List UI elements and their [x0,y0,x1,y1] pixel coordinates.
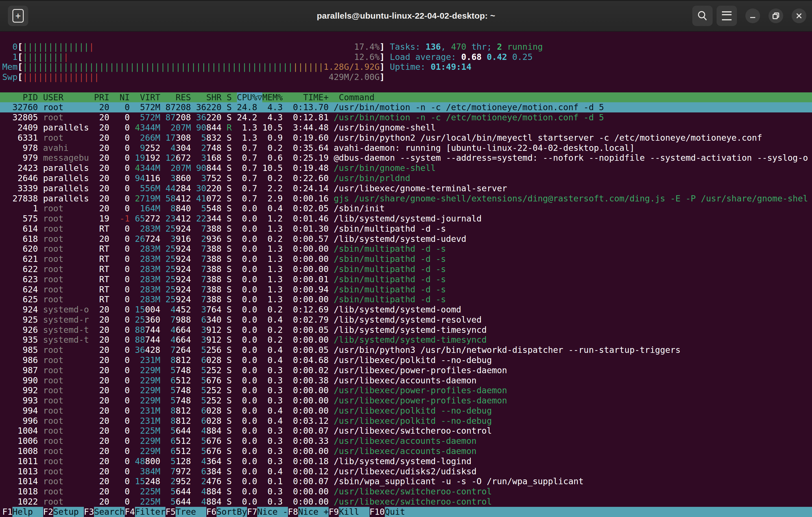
process-row-3339[interactable]: 3339 parallels 20 0 556M 44284 30220 S 0… [0,183,812,193]
fnlabel-F5[interactable]: Tree [176,507,206,517]
process-row-1014[interactable]: 1014 root 20 0 15248 2952 2476 S 0.0 0.1… [0,476,812,487]
hamburger-icon [722,11,731,20]
fnkey-F8[interactable]: F8 [288,507,298,517]
fnlabel-F7[interactable]: Nice - [257,507,288,517]
process-row-622[interactable]: 622 root RT 0 283M 25924 7388 S 0.0 1.3 … [0,264,812,274]
process-row-625[interactable]: 625 root RT 0 283M 25924 7388 S 0.0 1.3 … [0,294,812,304]
title-bar: + parallels@ubuntu-linux-22-04-02-deskto… [0,0,812,32]
process-row-993[interactable]: 993 root 20 0 229M 5748 5252 S 0.0 0.3 0… [0,396,812,406]
process-row-1013[interactable]: 1013 root 20 0 384M 7972 6384 S 0.0 0.4 … [0,466,812,477]
process-row-620[interactable]: 620 root RT 0 283M 25924 7388 S 0.0 1.3 … [0,244,812,254]
process-row-614[interactable]: 614 root RT 0 283M 25924 7388 S 0.0 1.3 … [0,224,812,234]
process-row-925[interactable]: 925 systemd-r 20 0 25360 7988 6340 S 0.0… [0,315,812,325]
fnkey-F7[interactable]: F7 [247,507,257,517]
process-row-623[interactable]: 623 root RT 0 283M 25924 7388 S 0.0 1.3 … [0,274,812,284]
process-row-992[interactable]: 992 root 20 0 229M 5748 5252 S 0.0 0.3 0… [0,385,812,396]
minimize-icon [748,11,757,20]
process-row-575[interactable]: 575 root 19 -1 65272 23412 22344 S 0.0 1… [0,214,812,224]
process-row-994[interactable]: 994 root 20 0 231M 8812 6028 S 0.0 0.4 0… [0,406,812,416]
fnlabel-F10[interactable]: Quit [385,507,812,517]
fnkey-F4[interactable]: F4 [125,507,135,517]
window-title: parallels@ubuntu-linux-22-04-02-desktop:… [0,11,812,21]
fnkey-F3[interactable]: F3 [84,507,94,517]
meter-cpu1: 1[||||||||| 12.6%] Load average: 0.68 0.… [0,52,812,62]
process-row-2409[interactable]: 2409 parallels 20 0 4344M 207M 90844 R 1… [0,123,812,133]
htop-screen[interactable]: 0[|||||||||||||| 17.4%] Tasks: 136, 470 … [0,32,812,517]
meter-cpu0: 0[|||||||||||||| 17.4%] Tasks: 136, 470 … [0,42,812,52]
fnlabel-F6[interactable]: SortBy [216,507,247,517]
process-row-924[interactable]: 924 systemd-o 20 0 15004 4452 3764 S 0.0… [0,304,812,315]
fnkey-F10[interactable]: F10 [370,507,385,517]
fnlabel-F4[interactable]: Filter [135,507,166,517]
process-row-32760[interactable]: 32760 root 20 0 572M 87208 36220 S 24.8 … [0,102,812,112]
fnlabel-F2[interactable]: Setup [53,507,84,517]
process-row-621[interactable]: 621 root RT 0 283M 25924 7388 S 0.0 1.3 … [0,254,812,264]
search-button[interactable] [692,6,713,26]
search-icon [697,10,708,22]
minimize-button[interactable] [745,8,760,23]
process-row-990[interactable]: 990 root 20 0 229M 6512 5676 S 0.0 0.3 0… [0,376,812,386]
process-row-1004[interactable]: 1004 root 20 0 225M 5644 4884 S 0.0 0.3 … [0,426,812,436]
restore-button[interactable] [768,8,783,23]
process-row-2423[interactable]: 2423 parallels 20 0 4344M 207M 90844 S 0… [0,163,812,173]
meter-swp: Swp[||||||||||||||| 429M/2.00G] [0,72,812,82]
process-row-2646[interactable]: 2646 parallels 20 0 94116 3860 3752 S 0.… [0,173,812,183]
fnlabel-F1[interactable]: Help [12,507,43,517]
fnkey-F2[interactable]: F2 [43,507,53,517]
table-header[interactable]: PID USER PRI NI VIRT RES SHR S CPU%▽MEM%… [0,92,812,103]
process-row-6331[interactable]: 6331 root 20 0 266M 17308 5832 S 1.3 0.9… [0,133,812,143]
meter-mem: Mem[||||||||||||||||||||||||||||||||||||… [0,62,812,72]
process-row-1008[interactable]: 1008 root 20 0 229M 6512 5676 S 0.0 0.3 … [0,446,812,456]
fnkey-F6[interactable]: F6 [206,507,216,517]
process-row-979[interactable]: 979 messagebu 20 0 19192 12672 3168 S 0.… [0,153,812,163]
process-row-1011[interactable]: 1011 root 20 0 48800 5128 4364 S 0.0 0.3… [0,456,812,466]
fnkey-F1[interactable]: F1 [2,507,12,517]
terminal-window: + parallels@ubuntu-linux-22-04-02-deskto… [0,0,812,517]
process-row-1018[interactable]: 1018 root 20 0 225M 5644 4884 S 0.0 0.3 … [0,487,812,497]
process-row-32805[interactable]: 32805 root 20 0 572M 87208 36220 S 24.2 … [0,112,812,123]
fnlabel-F8[interactable]: Nice + [298,507,329,517]
fnkey-F9[interactable]: F9 [329,507,339,517]
process-row-985[interactable]: 985 root 20 0 36428 7264 5256 S 0.0 0.4 … [0,345,812,355]
process-row-27838[interactable]: 27838 parallels 20 0 2719M 58412 41072 S… [0,193,812,204]
process-row-1[interactable]: 1 root 20 0 164M 8840 5548 S 0.0 0.4 0:0… [0,203,812,214]
sort-column-cpu[interactable]: CPU%▽ [237,92,262,102]
process-row-978[interactable]: 978 avahi 20 0 9252 4304 2748 S 0.7 0.2 … [0,143,812,153]
close-button[interactable] [792,8,806,23]
process-row-1006[interactable]: 1006 root 20 0 229M 6512 5676 S 0.0 0.3 … [0,436,812,446]
close-icon [794,11,804,20]
function-key-bar: F1Help F2Setup F3SearchF4FilterF5Tree F6… [0,507,812,517]
process-row-926[interactable]: 926 systemd-t 20 0 88744 4664 3912 S 0.0… [0,325,812,335]
process-row-935[interactable]: 935 systemd-t 20 0 88744 4664 3912 S 0.0… [0,335,812,345]
process-row-624[interactable]: 624 root RT 0 283M 25924 7388 S 0.0 1.3 … [0,284,812,295]
process-row-986[interactable]: 986 root 20 0 231M 8812 6028 S 0.0 0.4 0… [0,355,812,365]
process-row-987[interactable]: 987 root 20 0 229M 5748 5252 S 0.0 0.3 0… [0,365,812,376]
restore-icon [771,11,780,20]
fnkey-F5[interactable]: F5 [166,507,176,517]
process-row-996[interactable]: 996 root 20 0 231M 8812 6028 S 0.0 0.4 0… [0,416,812,426]
process-row-1022[interactable]: 1022 root 20 0 225M 5644 4884 S 0.0 0.3 … [0,497,812,507]
fnlabel-F3[interactable]: Search [94,507,124,517]
menu-button[interactable] [717,6,737,26]
process-row-618[interactable]: 618 root 20 0 26724 3916 2936 S 0.0 0.2 … [0,234,812,244]
fnlabel-F9[interactable]: Kill [339,507,369,517]
